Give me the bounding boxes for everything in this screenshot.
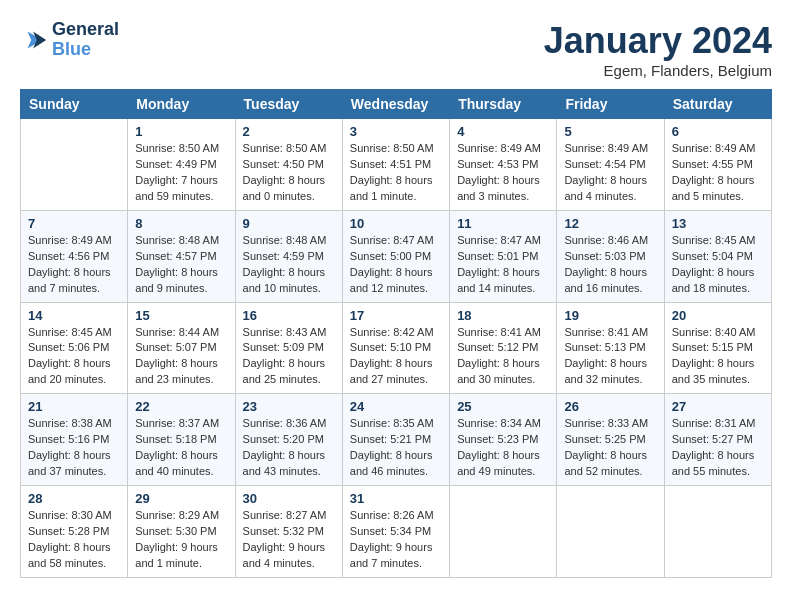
cell-info: Sunrise: 8:47 AMSunset: 5:01 PMDaylight:… — [457, 233, 549, 297]
calendar-cell: 8Sunrise: 8:48 AMSunset: 4:57 PMDaylight… — [128, 210, 235, 302]
calendar-cell — [450, 486, 557, 578]
day-number: 11 — [457, 216, 549, 231]
cell-info: Sunrise: 8:27 AMSunset: 5:32 PMDaylight:… — [243, 508, 335, 572]
week-row-5: 28Sunrise: 8:30 AMSunset: 5:28 PMDayligh… — [21, 486, 772, 578]
day-number: 20 — [672, 308, 764, 323]
calendar-cell: 27Sunrise: 8:31 AMSunset: 5:27 PMDayligh… — [664, 394, 771, 486]
cell-info: Sunrise: 8:42 AMSunset: 5:10 PMDaylight:… — [350, 325, 442, 389]
cell-info: Sunrise: 8:48 AMSunset: 4:57 PMDaylight:… — [135, 233, 227, 297]
cell-info: Sunrise: 8:45 AMSunset: 5:06 PMDaylight:… — [28, 325, 120, 389]
cell-info: Sunrise: 8:37 AMSunset: 5:18 PMDaylight:… — [135, 416, 227, 480]
calendar-cell: 10Sunrise: 8:47 AMSunset: 5:00 PMDayligh… — [342, 210, 449, 302]
cell-info: Sunrise: 8:49 AMSunset: 4:53 PMDaylight:… — [457, 141, 549, 205]
cell-info: Sunrise: 8:26 AMSunset: 5:34 PMDaylight:… — [350, 508, 442, 572]
cell-info: Sunrise: 8:44 AMSunset: 5:07 PMDaylight:… — [135, 325, 227, 389]
cell-info: Sunrise: 8:40 AMSunset: 5:15 PMDaylight:… — [672, 325, 764, 389]
calendar-cell: 16Sunrise: 8:43 AMSunset: 5:09 PMDayligh… — [235, 302, 342, 394]
cell-info: Sunrise: 8:34 AMSunset: 5:23 PMDaylight:… — [457, 416, 549, 480]
calendar-cell: 20Sunrise: 8:40 AMSunset: 5:15 PMDayligh… — [664, 302, 771, 394]
cell-info: Sunrise: 8:47 AMSunset: 5:00 PMDaylight:… — [350, 233, 442, 297]
calendar-cell: 30Sunrise: 8:27 AMSunset: 5:32 PMDayligh… — [235, 486, 342, 578]
week-row-1: 1Sunrise: 8:50 AMSunset: 4:49 PMDaylight… — [21, 119, 772, 211]
day-number: 28 — [28, 491, 120, 506]
calendar-cell: 17Sunrise: 8:42 AMSunset: 5:10 PMDayligh… — [342, 302, 449, 394]
cell-info: Sunrise: 8:31 AMSunset: 5:27 PMDaylight:… — [672, 416, 764, 480]
day-number: 27 — [672, 399, 764, 414]
cell-info: Sunrise: 8:50 AMSunset: 4:51 PMDaylight:… — [350, 141, 442, 205]
header-row: SundayMondayTuesdayWednesdayThursdayFrid… — [21, 90, 772, 119]
cell-info: Sunrise: 8:35 AMSunset: 5:21 PMDaylight:… — [350, 416, 442, 480]
day-number: 30 — [243, 491, 335, 506]
cell-info: Sunrise: 8:50 AMSunset: 4:49 PMDaylight:… — [135, 141, 227, 205]
calendar-cell: 4Sunrise: 8:49 AMSunset: 4:53 PMDaylight… — [450, 119, 557, 211]
calendar-cell: 19Sunrise: 8:41 AMSunset: 5:13 PMDayligh… — [557, 302, 664, 394]
cell-info: Sunrise: 8:30 AMSunset: 5:28 PMDaylight:… — [28, 508, 120, 572]
calendar-cell: 15Sunrise: 8:44 AMSunset: 5:07 PMDayligh… — [128, 302, 235, 394]
calendar-cell: 12Sunrise: 8:46 AMSunset: 5:03 PMDayligh… — [557, 210, 664, 302]
day-number: 24 — [350, 399, 442, 414]
day-number: 1 — [135, 124, 227, 139]
calendar-cell: 3Sunrise: 8:50 AMSunset: 4:51 PMDaylight… — [342, 119, 449, 211]
calendar-cell: 23Sunrise: 8:36 AMSunset: 5:20 PMDayligh… — [235, 394, 342, 486]
calendar-cell: 1Sunrise: 8:50 AMSunset: 4:49 PMDaylight… — [128, 119, 235, 211]
day-header-saturday: Saturday — [664, 90, 771, 119]
calendar-cell: 24Sunrise: 8:35 AMSunset: 5:21 PMDayligh… — [342, 394, 449, 486]
calendar-cell: 28Sunrise: 8:30 AMSunset: 5:28 PMDayligh… — [21, 486, 128, 578]
day-number: 14 — [28, 308, 120, 323]
calendar-cell: 13Sunrise: 8:45 AMSunset: 5:04 PMDayligh… — [664, 210, 771, 302]
calendar-cell: 14Sunrise: 8:45 AMSunset: 5:06 PMDayligh… — [21, 302, 128, 394]
calendar-cell — [664, 486, 771, 578]
day-header-wednesday: Wednesday — [342, 90, 449, 119]
logo-icon — [20, 26, 48, 54]
calendar-cell: 31Sunrise: 8:26 AMSunset: 5:34 PMDayligh… — [342, 486, 449, 578]
day-number: 7 — [28, 216, 120, 231]
page-header: GeneralBlue January 2024 Egem, Flanders,… — [20, 20, 772, 79]
calendar-cell: 2Sunrise: 8:50 AMSunset: 4:50 PMDaylight… — [235, 119, 342, 211]
day-number: 10 — [350, 216, 442, 231]
day-number: 21 — [28, 399, 120, 414]
day-header-friday: Friday — [557, 90, 664, 119]
day-number: 17 — [350, 308, 442, 323]
subtitle: Egem, Flanders, Belgium — [544, 62, 772, 79]
day-number: 8 — [135, 216, 227, 231]
calendar-cell: 7Sunrise: 8:49 AMSunset: 4:56 PMDaylight… — [21, 210, 128, 302]
cell-info: Sunrise: 8:41 AMSunset: 5:13 PMDaylight:… — [564, 325, 656, 389]
calendar-table: SundayMondayTuesdayWednesdayThursdayFrid… — [20, 89, 772, 578]
calendar-cell: 22Sunrise: 8:37 AMSunset: 5:18 PMDayligh… — [128, 394, 235, 486]
day-number: 16 — [243, 308, 335, 323]
cell-info: Sunrise: 8:38 AMSunset: 5:16 PMDaylight:… — [28, 416, 120, 480]
week-row-4: 21Sunrise: 8:38 AMSunset: 5:16 PMDayligh… — [21, 394, 772, 486]
calendar-cell: 18Sunrise: 8:41 AMSunset: 5:12 PMDayligh… — [450, 302, 557, 394]
main-title: January 2024 — [544, 20, 772, 62]
calendar-cell — [21, 119, 128, 211]
day-header-monday: Monday — [128, 90, 235, 119]
cell-info: Sunrise: 8:41 AMSunset: 5:12 PMDaylight:… — [457, 325, 549, 389]
title-block: January 2024 Egem, Flanders, Belgium — [544, 20, 772, 79]
logo: GeneralBlue — [20, 20, 119, 60]
day-number: 13 — [672, 216, 764, 231]
day-header-thursday: Thursday — [450, 90, 557, 119]
day-number: 9 — [243, 216, 335, 231]
day-number: 25 — [457, 399, 549, 414]
day-number: 6 — [672, 124, 764, 139]
calendar-cell: 21Sunrise: 8:38 AMSunset: 5:16 PMDayligh… — [21, 394, 128, 486]
day-number: 19 — [564, 308, 656, 323]
cell-info: Sunrise: 8:49 AMSunset: 4:54 PMDaylight:… — [564, 141, 656, 205]
day-number: 26 — [564, 399, 656, 414]
day-number: 3 — [350, 124, 442, 139]
cell-info: Sunrise: 8:33 AMSunset: 5:25 PMDaylight:… — [564, 416, 656, 480]
day-number: 29 — [135, 491, 227, 506]
day-number: 5 — [564, 124, 656, 139]
cell-info: Sunrise: 8:49 AMSunset: 4:55 PMDaylight:… — [672, 141, 764, 205]
cell-info: Sunrise: 8:50 AMSunset: 4:50 PMDaylight:… — [243, 141, 335, 205]
day-number: 31 — [350, 491, 442, 506]
cell-info: Sunrise: 8:36 AMSunset: 5:20 PMDaylight:… — [243, 416, 335, 480]
calendar-cell: 29Sunrise: 8:29 AMSunset: 5:30 PMDayligh… — [128, 486, 235, 578]
cell-info: Sunrise: 8:48 AMSunset: 4:59 PMDaylight:… — [243, 233, 335, 297]
day-number: 15 — [135, 308, 227, 323]
day-header-sunday: Sunday — [21, 90, 128, 119]
day-number: 4 — [457, 124, 549, 139]
week-row-3: 14Sunrise: 8:45 AMSunset: 5:06 PMDayligh… — [21, 302, 772, 394]
day-number: 12 — [564, 216, 656, 231]
day-number: 23 — [243, 399, 335, 414]
